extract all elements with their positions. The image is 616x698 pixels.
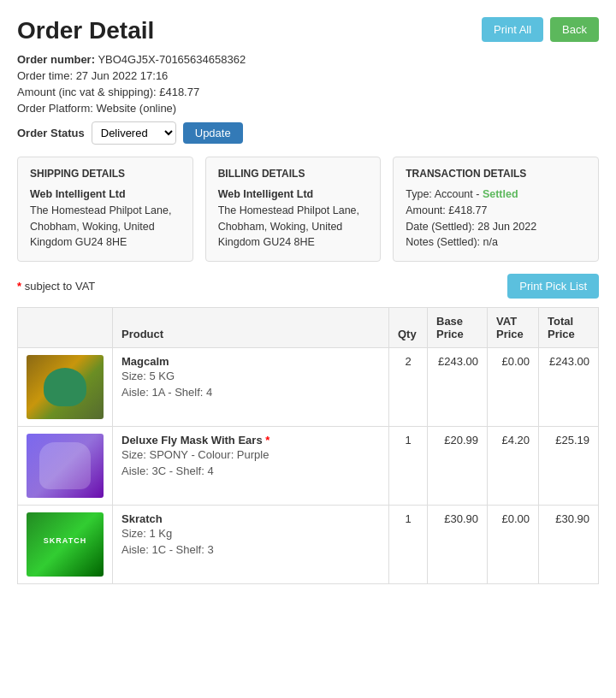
table-row: Skratch Size: 1 Kg Aisle: 1C - Shelf: 3 …	[18, 506, 599, 584]
product-image-flymask	[27, 434, 104, 498]
vat-note-text: subject to VAT	[25, 280, 96, 293]
transaction-amount-value: £418.77	[448, 204, 487, 216]
page-title: Order Detail	[17, 17, 154, 44]
product-aisle: Aisle: 1C - Shelf: 3	[121, 543, 380, 556]
order-time-label: Order time:	[17, 69, 73, 82]
product-vat-flymask: £4.20	[488, 427, 539, 506]
order-status-select[interactable]: Delivered Pending Processing Shipped Can…	[92, 121, 176, 145]
order-amount-value: £418.77	[159, 86, 199, 98]
table-body: Magcalm Size: 5 KG Aisle: 1A - Shelf: 4 …	[18, 348, 599, 584]
update-button[interactable]: Update	[183, 122, 243, 144]
product-image-magcalm	[27, 355, 104, 419]
product-size: Size: 5 KG	[121, 370, 380, 382]
product-size: Size: 1 Kg	[121, 527, 380, 540]
table-header: Product Qty Base Price VAT Price Total P…	[18, 308, 599, 348]
order-platform-row: Order Platform: Website (online)	[17, 102, 599, 115]
back-button[interactable]: Back	[550, 17, 599, 42]
product-vat-magcalm: £0.00	[488, 348, 539, 427]
product-image-cell	[18, 506, 113, 584]
transaction-type-label: Type:	[406, 188, 432, 200]
th-vat-price: VAT Price	[488, 308, 539, 348]
product-qty-flymask: 1	[389, 427, 428, 506]
order-time-row: Order time: 27 Jun 2022 17:16	[17, 69, 599, 82]
product-vat-skratch: £0.00	[488, 506, 539, 584]
product-name: Magcalm	[121, 355, 380, 368]
table-row: Deluxe Fly Mask With Ears * Size: SPONY …	[18, 427, 599, 506]
vat-required-star: *	[265, 434, 270, 447]
order-amount-row: Amount (inc vat & shipping): £418.77	[17, 86, 599, 98]
vat-note-row: * subject to VAT Print Pick List	[17, 274, 599, 299]
order-status-row: Order Status Delivered Pending Processin…	[17, 121, 599, 145]
billing-company: Web Intelligent Ltd	[218, 188, 314, 200]
th-image	[18, 308, 113, 348]
shipping-card: SHIPPING DETAILS Web Intelligent Ltd The…	[17, 157, 193, 262]
transaction-notes-row: Notes (Settled): n/a	[406, 234, 586, 251]
shipping-title: SHIPPING DETAILS	[30, 168, 181, 180]
th-total-price: Total Price	[539, 308, 599, 348]
transaction-date-row: Date (Settled): 28 Jun 2022	[406, 219, 586, 235]
product-base-flymask: £20.99	[428, 427, 488, 506]
product-base-skratch: £30.90	[428, 506, 488, 584]
order-number-value: YBO4GJ5X-70165634658362	[98, 53, 246, 66]
order-number-row: Order number: YBO4GJ5X-70165634658362	[17, 53, 599, 66]
product-image-cell	[18, 348, 113, 427]
transaction-type-value: Account -	[435, 188, 480, 200]
order-number-label: Order number:	[17, 53, 95, 66]
billing-address: The Homestead Philpot Lane, Chobham, Wok…	[218, 203, 369, 251]
product-base-magcalm: £243.00	[428, 348, 488, 427]
th-qty: Qty	[389, 308, 428, 348]
transaction-date-value: 28 Jun 2022	[477, 221, 536, 233]
order-platform-label: Order Platform:	[17, 102, 93, 115]
print-all-button[interactable]: Print All	[482, 17, 543, 42]
product-qty-magcalm: 2	[389, 348, 428, 427]
table-row: Magcalm Size: 5 KG Aisle: 1A - Shelf: 4 …	[18, 348, 599, 427]
th-base-price: Base Price	[428, 308, 488, 348]
transaction-type-status: Settled	[483, 188, 518, 200]
product-total-skratch: £30.90	[539, 506, 599, 584]
transaction-card: TRANSACTION DETAILS Type: Account - Sett…	[393, 157, 599, 262]
order-time-value: 27 Jun 2022 17:16	[76, 69, 169, 82]
product-image-cell	[18, 427, 113, 506]
product-qty-skratch: 1	[389, 506, 428, 584]
product-total-flymask: £25.19	[539, 427, 599, 506]
order-amount-label: Amount (inc vat & shipping):	[17, 86, 157, 98]
page-header: Order Detail Print All Back	[17, 17, 599, 44]
vat-note: * subject to VAT	[17, 280, 95, 293]
order-platform-value: Website (online)	[96, 102, 176, 115]
details-row: SHIPPING DETAILS Web Intelligent Ltd The…	[17, 157, 599, 262]
th-product: Product	[113, 308, 389, 348]
transaction-date-label: Date (Settled):	[406, 221, 475, 233]
order-table: Product Qty Base Price VAT Price Total P…	[17, 307, 599, 584]
print-pick-button[interactable]: Print Pick List	[507, 274, 599, 299]
product-info-flymask: Deluxe Fly Mask With Ears * Size: SPONY …	[113, 427, 389, 506]
product-aisle: Aisle: 1A - Shelf: 4	[121, 386, 380, 399]
transaction-title: TRANSACTION DETAILS	[406, 168, 586, 180]
product-total-magcalm: £243.00	[539, 348, 599, 427]
shipping-address: The Homestead Philpot Lane, Chobham, Wok…	[30, 203, 181, 251]
billing-card: BILLING DETAILS Web Intelligent Ltd The …	[205, 157, 382, 262]
product-info-magcalm: Magcalm Size: 5 KG Aisle: 1A - Shelf: 4	[113, 348, 389, 427]
transaction-amount-label: Amount:	[406, 204, 446, 216]
product-image-skratch	[27, 512, 104, 577]
transaction-notes-value: n/a	[483, 236, 498, 248]
shipping-company: Web Intelligent Ltd	[30, 188, 126, 200]
product-name: Skratch	[121, 512, 380, 525]
order-status-label: Order Status	[17, 127, 85, 139]
product-name: Deluxe Fly Mask With Ears *	[121, 434, 380, 447]
product-size: Size: SPONY - Colour: Purple	[121, 448, 380, 461]
transaction-notes-label: Notes (Settled):	[406, 236, 480, 248]
transaction-type-row: Type: Account - Settled	[406, 186, 586, 203]
vat-star-icon: *	[17, 280, 21, 293]
product-info-skratch: Skratch Size: 1 Kg Aisle: 1C - Shelf: 3	[113, 506, 389, 584]
billing-title: BILLING DETAILS	[218, 168, 369, 180]
transaction-amount-row: Amount: £418.77	[406, 203, 586, 219]
product-aisle: Aisle: 3C - Shelf: 4	[121, 464, 380, 477]
header-buttons: Print All Back	[482, 17, 599, 42]
